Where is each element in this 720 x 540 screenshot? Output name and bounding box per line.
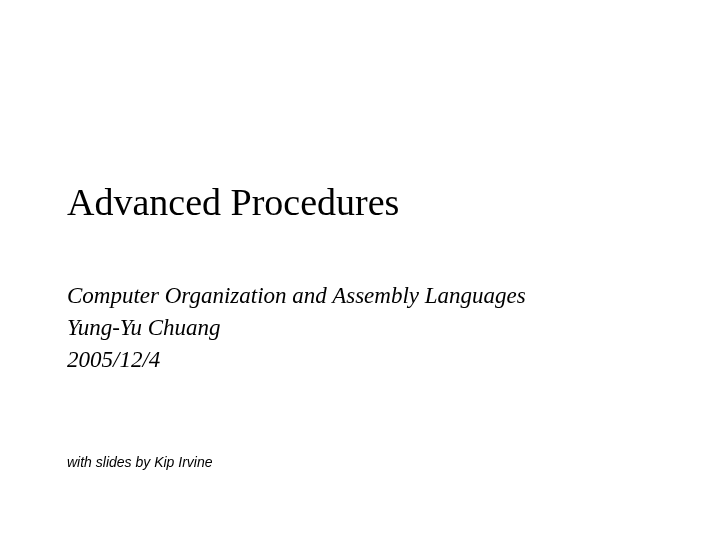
subtitle-block: Computer Organization and Assembly Langu… [67,280,680,377]
slide-date: 2005/12/4 [67,344,680,376]
slide-container: Advanced Procedures Computer Organizatio… [0,0,720,540]
credit-line: with slides by Kip Irvine [67,454,213,470]
author-name: Yung-Yu Chuang [67,312,680,344]
slide-title: Advanced Procedures [67,180,680,224]
course-name: Computer Organization and Assembly Langu… [67,280,680,312]
